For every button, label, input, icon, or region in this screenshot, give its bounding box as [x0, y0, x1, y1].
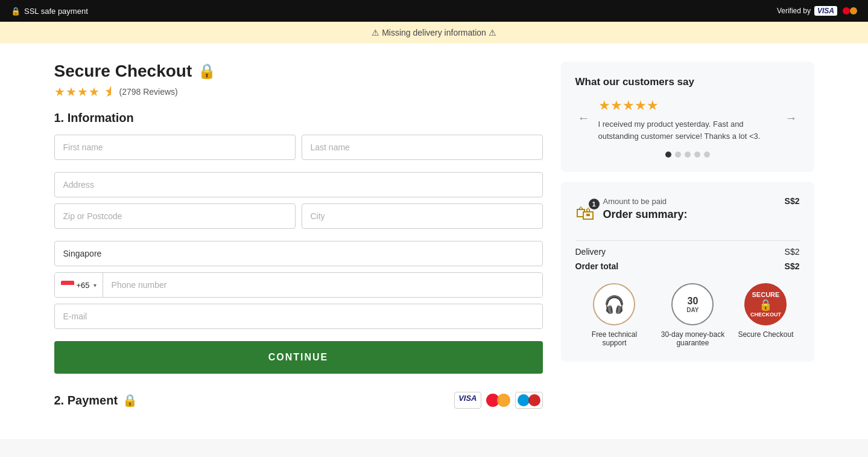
bag-count-badge: 1 [589, 199, 600, 209]
review-slider: ← ★★★★★ I received my product yesterday.… [575, 98, 800, 142]
name-row [54, 135, 543, 166]
order-card: 🛍 1 Amount to be paid S$2 Order summary:… [561, 182, 814, 362]
first-name-field [54, 135, 296, 160]
reviews-count: (2798 Reviews) [119, 87, 178, 97]
total-line: Order total S$2 [575, 261, 800, 271]
verified-label: Verified by VISA [777, 6, 857, 16]
country-field [54, 241, 543, 266]
visa-card-icon: VISA [454, 392, 481, 409]
mastercard-icon [843, 6, 857, 16]
city-field [302, 203, 543, 229]
review-dot-3[interactable] [685, 152, 691, 158]
delivery-label: Delivery [575, 247, 606, 257]
secure-checkout-badge: SECURE 🔒 CHECKOUT Secure Checkout [738, 283, 793, 347]
review-dot-5[interactable] [704, 152, 710, 158]
ssl-label: 🔒 SSL safe payment [11, 7, 88, 16]
reviews-row: ★★★★ ⯨ (2798 Reviews) [54, 85, 543, 99]
main-layout: Secure Checkout 🔒 ★★★★ ⯨ (2798 Reviews) … [42, 43, 826, 427]
delivery-line: Delivery S$2 [575, 247, 800, 257]
money-back-days: 30 [686, 296, 699, 307]
email-input[interactable] [54, 304, 543, 329]
support-badge-label: Free technical support [581, 330, 647, 347]
support-badge-icon: 🎧 [593, 283, 635, 325]
payment-cards: VISA [454, 392, 542, 409]
total-value: S$2 [785, 261, 800, 271]
ssl-text: SSL safe payment [24, 7, 88, 16]
secure-checkout-badge-label: Secure Checkout [738, 330, 793, 339]
right-column: What our customers say ← ★★★★★ I receive… [561, 62, 814, 409]
sg-flag-icon [61, 281, 74, 289]
bag-icon-wrap: 🛍 1 [575, 202, 595, 225]
verified-text: Verified by [777, 7, 811, 15]
visa-icon: VISA [814, 6, 837, 16]
secure-lock-icon: 🔒 [750, 298, 781, 312]
zip-field [54, 203, 296, 229]
warning-text: Missing delivery information [382, 28, 486, 37]
top-bar: 🔒 SSL safe payment Verified by VISA [0, 0, 868, 22]
review-dot-4[interactable] [694, 152, 700, 158]
zip-city-row [54, 203, 543, 235]
first-name-input[interactable] [54, 135, 296, 160]
review-star-icons: ★★★★★ [598, 98, 777, 113]
page-title: Secure Checkout 🔒 [54, 62, 543, 81]
payment-title: 2. Payment 🔒 [54, 393, 138, 407]
phone-row: +65 ▾ [54, 272, 543, 298]
amount-value: S$2 [785, 196, 800, 206]
divider-1 [575, 240, 800, 241]
payment-title-text: 2. Payment [54, 394, 118, 407]
support-badge: 🎧 Free technical support [581, 283, 647, 347]
phone-prefix-selector[interactable]: +65 ▾ [55, 273, 103, 297]
money-back-badge-label: 30-day money-back guarantee [659, 330, 726, 347]
order-summary-title: Order summary: [603, 208, 800, 221]
checkout-lock-icon: 🔒 [198, 63, 216, 80]
email-field [54, 304, 543, 329]
warning-icon-right: ⚠ [489, 28, 496, 37]
review-prev-button[interactable]: ← [575, 109, 592, 127]
country-input[interactable] [54, 241, 543, 266]
warning-icon-left: ⚠ [372, 28, 379, 37]
review-dot-2[interactable] [675, 152, 681, 158]
address-field [54, 172, 543, 197]
review-card: What our customers say ← ★★★★★ I receive… [561, 62, 814, 172]
review-dot-1[interactable] [665, 152, 671, 158]
zip-input[interactable] [54, 203, 296, 229]
phone-input[interactable] [103, 273, 542, 297]
payment-section: 2. Payment 🔒 VISA [54, 392, 543, 409]
mastercard-icon [485, 392, 512, 409]
last-name-field [302, 135, 543, 160]
delivery-value: S$2 [785, 247, 800, 257]
continue-button[interactable]: CONTINUE [54, 341, 543, 374]
lock-icon: 🔒 [11, 7, 21, 16]
half-star-icon: ⯨ [104, 85, 116, 99]
review-content: ★★★★★ I received my product yesterday. F… [598, 98, 777, 142]
review-text: I received my product yesterday. Fast an… [598, 118, 777, 142]
maestro-card-icon [515, 392, 543, 409]
checkout-title: Secure Checkout [54, 62, 192, 81]
chevron-down-icon: ▾ [93, 282, 97, 289]
phone-prefix-code: +65 [77, 281, 90, 290]
city-input[interactable] [302, 203, 543, 229]
secure-top-text: SECURE [750, 291, 781, 298]
money-back-day-label: DAY [686, 307, 699, 313]
payment-lock-icon: 🔒 [122, 393, 138, 407]
order-header: 🛍 1 Amount to be paid S$2 Order summary: [575, 196, 800, 231]
total-label: Order total [575, 261, 619, 271]
review-dots [575, 152, 800, 158]
trust-badges: 🎧 Free technical support 30 DAY 30-day m… [575, 283, 800, 347]
last-name-input[interactable] [302, 135, 543, 160]
secure-badge-icon: SECURE 🔒 CHECKOUT [744, 283, 787, 325]
money-back-badge: 30 DAY 30-day money-back guarantee [659, 283, 726, 347]
star-icons: ★★★★ [54, 85, 100, 99]
about-section: ABOUT OUR SHOPPING EXPERIENCE [0, 439, 868, 457]
address-input[interactable] [54, 172, 543, 197]
amount-label: Amount to be paid [603, 197, 667, 206]
information-section-title: 1. Information [54, 111, 543, 125]
secure-bottom-text: CHECKOUT [750, 312, 781, 318]
warning-banner: ⚠ Missing delivery information ⚠ [0, 22, 868, 43]
headset-icon: 🎧 [604, 295, 625, 315]
left-column: Secure Checkout 🔒 ★★★★ ⯨ (2798 Reviews) … [54, 62, 543, 409]
review-card-title: What our customers say [575, 76, 800, 88]
money-back-badge-icon: 30 DAY [671, 283, 714, 325]
order-amount-info: Amount to be paid S$2 Order summary: [603, 196, 800, 231]
review-next-button[interactable]: → [783, 109, 800, 127]
